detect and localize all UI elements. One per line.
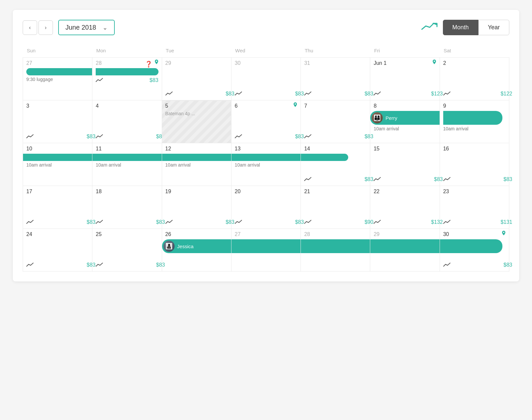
month-label: June 2018 — [65, 24, 96, 31]
calendar-cell[interactable]: Jun 1 $123 — [370, 58, 440, 100]
calendar-cell[interactable]: 20 $83 — [231, 186, 301, 229]
cell-date: 30 — [235, 60, 297, 66]
calendar-cell[interactable]: 29 $83 — [162, 58, 231, 100]
month-view-button[interactable]: Month — [443, 20, 478, 35]
arrival-label: 10am arrival — [374, 126, 436, 131]
pin-icon — [293, 102, 298, 111]
day-header-sat: Sat — [440, 45, 509, 58]
calendar-cell[interactable]: 17 $83 — [23, 186, 92, 229]
calendar-cell[interactable]: 14 $83 — [301, 143, 370, 186]
cell-date: Jun 1 — [374, 60, 436, 66]
cell-date: 9 — [443, 103, 506, 109]
view-toggle: Month Year — [443, 20, 509, 35]
cell-date: 4 — [96, 103, 158, 109]
cell-date: 22 — [374, 189, 436, 195]
trend-icon — [304, 220, 311, 225]
booking-bar-jessica[interactable]: 👩‍👧‍👦 Jessica — [162, 239, 231, 253]
booking-bar-perry[interactable]: 👨‍👩‍👦 Perry — [370, 111, 439, 125]
week-row: 17 $83 18 $83 — [23, 186, 509, 229]
calendar-cell[interactable]: 13 10am arrival — [231, 143, 301, 186]
calendar-cell[interactable]: 10 10am arrival — [23, 143, 92, 186]
day-header-thu: Thu — [301, 45, 370, 58]
nav-buttons: ‹ › — [23, 20, 53, 35]
calendar-cell[interactable]: 15 $83 — [370, 143, 440, 186]
cell-date: 17 — [26, 189, 89, 195]
week-row: 10 10am arrival 11 10am arrival 12 — [23, 143, 509, 186]
calendar-cell[interactable]: 3 $83 — [23, 100, 92, 143]
cell-price: $131 — [500, 219, 512, 225]
trend-icon — [304, 91, 311, 97]
cell-date: 5 — [165, 103, 228, 109]
calendar-cell[interactable]: 28 ❓ $83 — [92, 58, 162, 100]
day-header-tue: Tue — [162, 45, 231, 58]
calendar-cell[interactable]: 25 $83 — [92, 229, 162, 272]
cell-date: 21 — [304, 189, 367, 195]
day-header-fri: Fri — [370, 45, 440, 58]
pin-icon: ❓ — [145, 60, 159, 68]
calendar-cell[interactable]: 7 $83 — [301, 100, 370, 143]
day-header-sun: Sun — [23, 45, 92, 58]
trend-icon — [235, 91, 242, 97]
trend-icon — [304, 177, 311, 182]
trend-icon — [96, 262, 103, 268]
trend-icon — [165, 91, 173, 97]
calendar-cell[interactable]: 16 $83 — [440, 143, 509, 186]
calendar-cell[interactable]: 27 9:30 luggage — [23, 58, 92, 100]
cell-date: 6 — [235, 103, 297, 109]
calendar-cell[interactable]: 12 10am arrival — [162, 143, 231, 186]
week-row: 3 $83 4 $83 — [23, 100, 509, 143]
arrival-label: 10am arrival — [235, 162, 297, 168]
arrival-label: 10am arrival — [165, 162, 228, 168]
calendar-container: ‹ › June 2018 ⌄ Month Year Sun Mon Tue W… — [13, 10, 519, 281]
chevron-down-icon: ⌄ — [103, 24, 108, 31]
cell-date: 27 — [26, 60, 89, 66]
calendar-cell-blocked[interactable]: 5 Bateman 4p ... — [162, 100, 231, 143]
arrival-label: 10am arrival — [443, 126, 506, 131]
cell-date: 2 — [443, 60, 506, 66]
cell-date: 15 — [374, 146, 436, 152]
next-button[interactable]: › — [38, 20, 53, 35]
calendar-cell[interactable]: 19 $83 — [162, 186, 231, 229]
trend-icon — [96, 220, 103, 225]
calendar-cell[interactable]: 22 $132 — [370, 186, 440, 229]
month-selector[interactable]: June 2018 ⌄ — [58, 20, 115, 35]
cell-date: 28 — [304, 231, 367, 237]
calendar-cell[interactable]: 29 — [370, 229, 440, 272]
arrival-label: 10am arrival — [96, 162, 158, 168]
year-view-button[interactable]: Year — [478, 20, 509, 35]
calendar-cell[interactable]: 24 $83 — [23, 229, 92, 272]
guest-name-jessica: Jessica — [177, 244, 194, 249]
calendar-cell[interactable]: 28 — [301, 229, 370, 272]
calendar-cell[interactable]: 6 $83 — [231, 100, 301, 143]
week-row: 24 $83 25 $83 — [23, 229, 509, 272]
calendar-cell[interactable]: 9 10am arrival — [440, 100, 509, 143]
cell-date: 31 — [304, 60, 367, 66]
calendar-header: ‹ › June 2018 ⌄ Month Year — [23, 20, 509, 35]
guest-name-perry: Perry — [385, 115, 397, 121]
calendar-cell[interactable]: 23 $131 — [440, 186, 509, 229]
calendar-cell[interactable]: 31 $83 — [301, 58, 370, 100]
cell-date: 16 — [443, 146, 506, 152]
trend-icon — [374, 91, 381, 97]
calendar-cell[interactable]: 11 10am arrival — [92, 143, 162, 186]
calendar-cell[interactable]: 30 $83 — [440, 229, 509, 272]
blocked-event-label: Bateman 4p ... — [165, 111, 228, 116]
trend-icon — [235, 134, 242, 140]
calendar-cell[interactable]: 27 — [231, 229, 301, 272]
trend-icon — [443, 91, 450, 97]
prev-button[interactable]: ‹ — [23, 20, 37, 35]
calendar-cell[interactable]: 8 👨‍👩‍👦 Perry 10am arrival — [370, 100, 440, 143]
cell-price: $83 — [503, 176, 512, 182]
trend-icon — [374, 177, 381, 182]
calendar-cell[interactable]: 26 👩‍👧‍👦 Jessica — [162, 229, 231, 272]
pin-icon — [432, 60, 437, 68]
calendar-cell[interactable]: 21 $90 — [301, 186, 370, 229]
trend-icon — [443, 220, 450, 225]
calendar-cell[interactable]: 2 $122 — [440, 58, 509, 100]
calendar-cell[interactable]: 18 $83 — [92, 186, 162, 229]
cell-date: 27 — [235, 231, 297, 237]
calendar-cell[interactable]: 30 $83 — [231, 58, 301, 100]
cell-date: 25 — [96, 231, 158, 237]
cell-date: 18 — [96, 189, 158, 195]
calendar-cell[interactable]: 4 $83 — [92, 100, 162, 143]
